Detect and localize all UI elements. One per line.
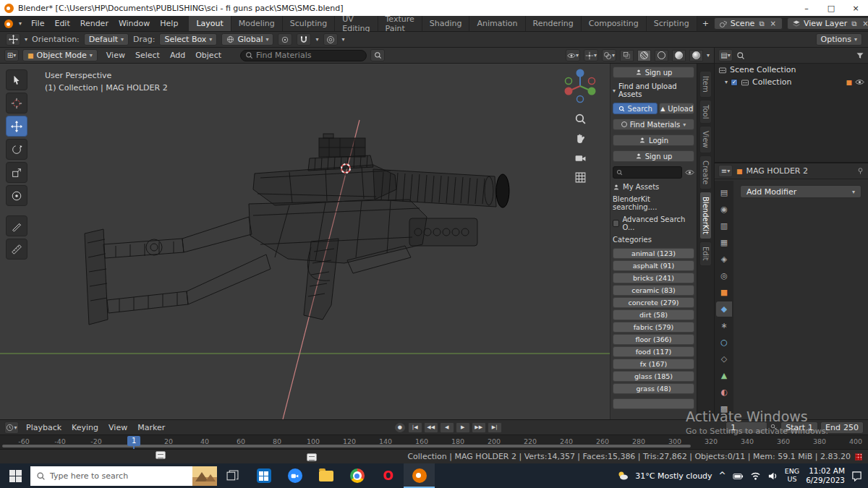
viewport-3d[interactable]: User Perspective (1) Collection | MAG HO… <box>0 64 715 419</box>
my-assets-row[interactable]: My Assets <box>613 183 694 191</box>
category-button-floor[interactable]: floor (366) <box>613 334 694 345</box>
search-highlight-image[interactable] <box>192 466 217 486</box>
properties-tab-texture-icon[interactable]: ▩ <box>716 401 732 416</box>
object-visibility-dropdown[interactable]: ▾ <box>566 49 580 61</box>
category-button-food[interactable]: food (117) <box>613 346 694 357</box>
xray-toggle[interactable] <box>620 50 634 61</box>
eyedropper-icon[interactable] <box>685 168 694 177</box>
sidebar-tab-create[interactable]: Create <box>699 155 712 189</box>
orthographic-toggle-icon[interactable] <box>574 171 587 184</box>
report-grid-icon[interactable] <box>855 453 862 461</box>
category-button-fabric[interactable]: fabric (579) <box>613 322 694 333</box>
timeline-menu-view[interactable]: View <box>103 423 132 432</box>
find-materials-search[interactable]: Find Materials <box>240 50 367 61</box>
scale-tool[interactable] <box>6 162 27 183</box>
viewport-menu-object[interactable]: Object <box>190 51 226 60</box>
workspace-tab-shading[interactable]: Shading <box>422 16 470 31</box>
filter-icon[interactable] <box>856 51 864 60</box>
falloff-dropdown-icon[interactable]: ▾ <box>342 36 345 43</box>
search-icon[interactable] <box>736 51 745 60</box>
workspace-tab-sculpting[interactable]: Sculpting <box>283 16 335 31</box>
workspace-tab-modeling[interactable]: Modeling <box>231 16 283 31</box>
transform-tool[interactable] <box>6 185 27 206</box>
search-button[interactable] <box>370 49 385 61</box>
blenderkit-upload-button[interactable]: ▲ Upload <box>659 103 694 114</box>
active-tool-button[interactable] <box>6 33 20 46</box>
advanced-search-checkbox[interactable] <box>613 220 619 227</box>
properties-tab-particles-icon[interactable]: ∗ <box>716 318 732 333</box>
editor-type-button[interactable]: ⊞ ▾ <box>4 49 19 61</box>
keying-set-icon[interactable] <box>770 423 778 432</box>
network-wifi-icon[interactable] <box>750 471 761 481</box>
volume-icon[interactable] <box>767 471 778 481</box>
category-button-bricks[interactable]: bricks (241) <box>613 273 694 283</box>
play-button[interactable]: ▶ <box>456 422 470 433</box>
taskbar-blender[interactable] <box>404 463 435 488</box>
sidebar-tab-view[interactable]: View <box>699 126 712 153</box>
jump-to-start-button[interactable]: |◀ <box>408 422 422 433</box>
properties-tab-material-icon[interactable]: ◐ <box>716 385 732 400</box>
expand-icon[interactable]: ▾ <box>725 79 728 85</box>
shading-dropdown-icon[interactable]: ▾ <box>707 52 710 59</box>
weather-text[interactable]: 31°C Mostly cloudy <box>635 471 712 481</box>
previous-keyframe-button[interactable]: ◀◀ <box>424 422 438 433</box>
properties-tab-view-layer-icon[interactable]: ▦ <box>716 235 732 250</box>
blenderkit-search-button[interactable]: Search <box>613 103 658 114</box>
mode-dropdown[interactable]: ■ Object Mode ▾ <box>22 49 98 61</box>
move-tool[interactable] <box>6 116 27 137</box>
minimize-button[interactable]: – <box>794 0 819 16</box>
signup-button-top[interactable]: Sign up <box>613 67 694 78</box>
category-button-ceramic[interactable]: ceramic (83) <box>613 285 694 296</box>
add-workspace-button[interactable]: + <box>697 16 714 31</box>
category-button-grass[interactable]: grass (48) <box>613 383 694 394</box>
taskbar-zoom[interactable] <box>279 463 310 488</box>
workspace-tab-rendering[interactable]: Rendering <box>526 16 582 31</box>
viewport-menu-add[interactable]: Add <box>165 51 190 60</box>
scene-selector[interactable]: Scene ⧉ × <box>714 17 783 30</box>
workspace-tab-layout[interactable]: Layout <box>189 16 231 31</box>
shading-material-button[interactable] <box>672 50 686 61</box>
properties-tab-physics-icon[interactable]: ○ <box>716 335 732 350</box>
playhead[interactable]: 1 <box>127 436 140 446</box>
jump-to-end-button[interactable]: ▶| <box>488 422 502 433</box>
hidden-icons-button[interactable]: ^ <box>719 471 726 481</box>
blenderkit-search-input[interactable] <box>625 168 676 176</box>
category-button-concrete[interactable]: concrete (279) <box>613 297 694 308</box>
close-button[interactable]: × <box>843 0 868 16</box>
properties-tab-output-icon[interactable]: ▥ <box>716 218 732 234</box>
drag-mode-dropdown[interactable]: Select Box ▾ <box>159 33 217 46</box>
outliner-row-collection[interactable]: ▾ ✓ Collection ■ <box>715 76 868 88</box>
properties-tab-active-tool-icon[interactable]: ▤ <box>716 185 732 200</box>
tool-dropdown-icon[interactable]: ▾ <box>25 36 27 43</box>
timeline-menu-keying[interactable]: Keying <box>67 423 103 432</box>
outliner-editor-type-button[interactable]: ▤ ▾ <box>718 49 733 61</box>
gizmos-dropdown[interactable]: ▾ <box>584 49 598 61</box>
properties-tab-modifiers-icon[interactable]: ◆ <box>716 301 732 317</box>
pivot-point-dropdown[interactable] <box>278 33 292 46</box>
unlink-scene-icon[interactable]: × <box>769 20 778 27</box>
ime-keyboard-icon[interactable] <box>307 453 317 461</box>
workspace-tab-uv-editing[interactable]: UV Editing <box>335 16 378 31</box>
shading-rendered-button[interactable] <box>689 50 703 61</box>
timeline-menu-playback[interactable]: Playback <box>21 423 67 432</box>
orientation-dropdown[interactable]: Default ▾ <box>84 33 129 46</box>
taskbar-clock[interactable]: 11:02 AM 6/29/2023 <box>806 466 845 485</box>
pan-hand-icon[interactable] <box>574 132 587 145</box>
play-reverse-button[interactable]: ◀ <box>440 422 454 433</box>
outliner-row-scene-collection[interactable]: Scene Collection <box>715 64 868 76</box>
select-box-tool[interactable] <box>6 69 27 90</box>
properties-tab-object-data-icon[interactable]: ▲ <box>716 368 732 383</box>
taskbar-file-explorer[interactable] <box>310 463 341 488</box>
maximize-button[interactable]: □ <box>819 0 843 16</box>
menu-window[interactable]: Window <box>114 16 155 31</box>
workspace-tab-animation[interactable]: Animation <box>469 16 525 31</box>
remove-view-layer-icon[interactable]: × <box>861 20 868 27</box>
cursor-tool[interactable] <box>6 93 27 114</box>
options-dropdown[interactable]: Options ▾ <box>816 33 862 46</box>
viewport-menu-view[interactable]: View <box>101 51 130 60</box>
viewport-menu-select[interactable]: Select <box>130 51 165 60</box>
login-button[interactable]: Login <box>613 134 694 146</box>
workspace-tab-compositing[interactable]: Compositing <box>582 16 647 31</box>
taskbar-browser[interactable] <box>341 463 373 488</box>
signup-button[interactable]: Sign up <box>613 150 694 162</box>
